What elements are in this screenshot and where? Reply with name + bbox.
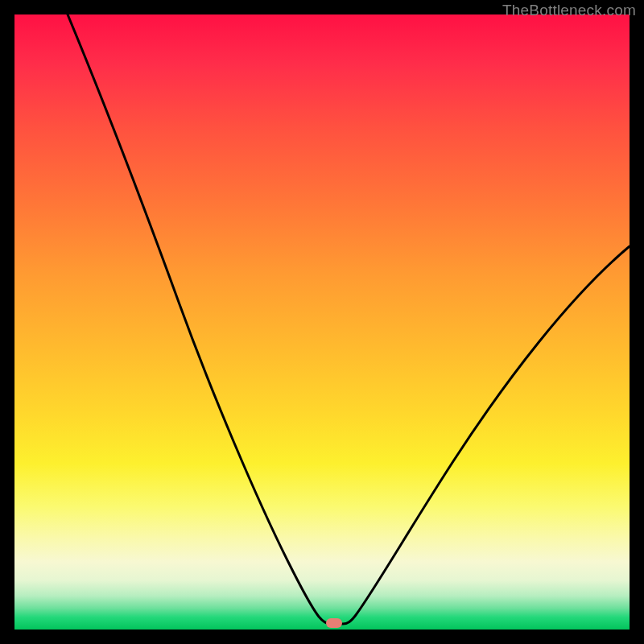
- optimum-marker: [326, 618, 342, 628]
- watermark-text: TheBottleneck.com: [502, 2, 636, 19]
- bottleneck-curve: [14, 14, 630, 630]
- chart-stage: TheBottleneck.com: [0, 0, 644, 644]
- plot-area: [14, 14, 630, 630]
